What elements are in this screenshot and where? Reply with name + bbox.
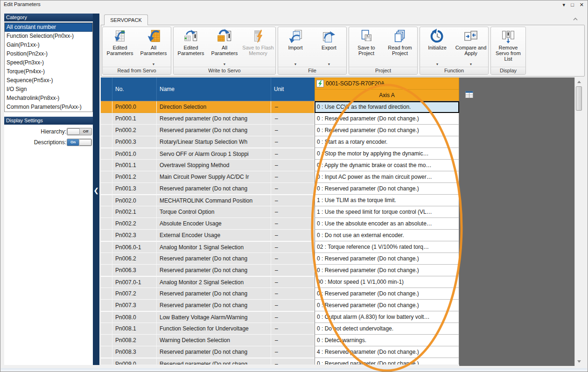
row-selector[interactable]	[101, 218, 112, 230]
value-cell[interactable]: 00 : Motor speed (1 V/1,000 min-1)	[315, 276, 459, 288]
row-selector[interactable]	[101, 171, 112, 183]
ribbon-group-function: Initialize▼Compare and Apply▼Function	[420, 27, 489, 75]
value-cell[interactable]: 0 : Input AC power as the main circuit p…	[315, 171, 459, 183]
initialize-button[interactable]: Initialize▼	[420, 28, 454, 67]
row-selector[interactable]	[101, 253, 112, 265]
row-selector[interactable]	[101, 346, 112, 358]
maximize-icon[interactable]: □	[571, 1, 574, 8]
scroll-up-icon[interactable]	[576, 79, 582, 85]
row-selector[interactable]	[101, 125, 112, 136]
value-cell[interactable]: 1 : Use the speed limit for torque contr…	[315, 206, 459, 218]
scrollbar-thumb[interactable]	[576, 86, 582, 111]
dropdown-arrow-icon[interactable]: ▼	[152, 63, 155, 67]
row-selector[interactable]	[101, 101, 112, 113]
window-menu-icon[interactable]: ▾	[563, 1, 566, 8]
category-item-gain-pn1xx[interactable]: Gain(Pn1xx-)	[5, 41, 92, 49]
row-selector[interactable]	[101, 113, 112, 125]
collapse-ribbon-icon[interactable]	[572, 16, 579, 22]
read-all-parameters-icon	[146, 28, 161, 44]
compare-and-apply-button[interactable]: Compare and Apply▼	[454, 28, 488, 67]
row-selector[interactable]	[101, 183, 112, 195]
value-cell[interactable]: 0 : Use the absolute encoder as an absol…	[315, 218, 459, 230]
value-cell[interactable]: 0 : Stop the motor by applying the dynam…	[315, 148, 459, 160]
row-selector[interactable]	[101, 160, 112, 171]
parameter-table: No. Name Unit 0001-SGD7S-R70F20A Axis A …	[101, 77, 459, 365]
row-selector[interactable]	[101, 230, 112, 241]
row-selector[interactable]	[101, 136, 112, 148]
servo-column-header[interactable]: 0001-SGD7S-R70F20A Axis A	[315, 77, 459, 101]
value-cell[interactable]: 0 : Reserved parameter (Do not change.)	[315, 113, 459, 125]
save-to-project-button[interactable]: Save to Project	[350, 28, 383, 67]
row-selector[interactable]	[101, 195, 112, 206]
read-all-parameters-button[interactable]: All Parameters▼	[137, 28, 170, 67]
export-button[interactable]: Export▼	[312, 28, 346, 67]
category-item-function-selection-pn0xx[interactable]: Function Selection(Pn0xx-)	[5, 32, 92, 41]
value-cell[interactable]: 0 : Detect warnings.	[315, 335, 459, 346]
category-item-all-constant-number[interactable]: All constant number	[5, 23, 92, 32]
value-cell[interactable]: 0 : Reserved parameter (Do not change.)	[315, 300, 459, 311]
table-row: Pn006.0-1Analog Monitor 1 Signal Selecti…	[101, 241, 459, 253]
scroll-down-icon[interactable]	[576, 358, 582, 365]
window-controls: ▾ □ ✕	[563, 1, 584, 8]
value-cell[interactable]: 0 : Apply the dynamic brake or coast the…	[315, 160, 459, 171]
value-cell[interactable]: 0 : Start as a rotary encoder.	[315, 136, 459, 148]
value-cell[interactable]: 0 : Do not detect undervoltage.	[315, 323, 459, 335]
param-unit: –	[271, 311, 315, 323]
value-cell[interactable]: 4 : Reserved parameter (Do not change.)	[315, 346, 459, 358]
value-cell[interactable]: 02 : Torque reference (1 V/100% rated to…	[315, 241, 459, 253]
category-item-i-o-sign[interactable]: I/O Sign	[5, 85, 92, 94]
row-selector[interactable]	[101, 148, 112, 160]
dropdown-arrow-icon[interactable]: ▼	[436, 63, 439, 67]
value-cell[interactable]: 1 : Use TLIM as the torque limit.	[315, 195, 459, 206]
value-cell[interactable]: 0 : Do not use an external encoder.	[315, 230, 459, 241]
toggle-knob	[67, 128, 80, 135]
row-selector[interactable]	[101, 276, 112, 288]
vertical-scrollbar[interactable]	[574, 77, 583, 366]
value-cell[interactable]: 0 : Reserved parameter (Do not change.)	[315, 125, 459, 136]
value-cell[interactable]: 0 : Reserved parameter (Do not change.)	[315, 265, 459, 276]
import-button[interactable]: Import▼	[279, 28, 312, 67]
write-edited-parameters-button[interactable]: Edited Parameters	[174, 28, 208, 67]
category-item-mechatrolink-pn8xx[interactable]: Mechatrolink(Pn8xx-)	[5, 94, 92, 103]
category-item-common-parameters-pnaxx[interactable]: Common Parameters(PnAxx-)	[5, 103, 92, 112]
dropdown-arrow-icon[interactable]: ▼	[294, 63, 297, 67]
collapse-left-panel-icon[interactable]: ❮	[93, 185, 99, 196]
category-item-position-pn2xx[interactable]: Position(Pn2xx-)	[5, 49, 92, 58]
dropdown-arrow-icon[interactable]: ▼	[328, 63, 331, 67]
row-selector[interactable]	[101, 241, 112, 253]
remove-servo-from-list-button[interactable]: Remove Servo from List	[491, 28, 525, 67]
dropdown-arrow-icon[interactable]: ▼	[223, 63, 226, 67]
read-edited-parameters-button[interactable]: Edited Parameters	[103, 28, 137, 67]
value-cell[interactable]: 0 : Use CCW as the forward direction.	[315, 101, 459, 113]
value-cell[interactable]: 0 : Reserved parameter (Do not change.)	[315, 358, 459, 365]
value-cell[interactable]: 0 : Output alarm (A.830) for low battery…	[315, 311, 459, 323]
close-icon[interactable]: ✕	[580, 1, 584, 8]
row-selector[interactable]	[101, 311, 112, 323]
row-selector[interactable]	[101, 265, 112, 276]
button-label: Read from Project	[383, 45, 417, 63]
write-all-parameters-button[interactable]: All Parameters▼	[208, 28, 241, 67]
category-item-speed-pn3xx[interactable]: Speed(Pn3xx-)	[5, 58, 92, 67]
panel-splitter[interactable]: ❮	[93, 14, 99, 365]
row-selector[interactable]	[101, 300, 112, 311]
ribbon-group-label: Display	[491, 67, 525, 74]
row-selector[interactable]	[101, 323, 112, 335]
param-no: Pn007.0-1	[112, 276, 157, 288]
value-cell[interactable]: 0 : Reserved parameter (Do not change.)	[315, 253, 459, 265]
tab-servopack[interactable]: SERVOPACK	[104, 14, 148, 25]
param-unit: –	[271, 195, 315, 206]
row-selector[interactable]	[101, 206, 112, 218]
row-selector[interactable]	[101, 358, 112, 365]
row-selector[interactable]	[101, 288, 112, 300]
hierarchy-toggle[interactable]: Off	[67, 128, 92, 135]
row-selector[interactable]	[101, 335, 112, 346]
category-item-sequence-pn5xx[interactable]: Sequence(Pn5xx-)	[5, 76, 92, 85]
category-item-torque-pn4xx[interactable]: Torque(Pn4xx-)	[5, 67, 92, 76]
param-name: Absolute Encoder Usage	[157, 218, 271, 230]
read-from-project-button[interactable]: Read from Project	[383, 28, 417, 67]
dropdown-arrow-icon[interactable]: ▼	[469, 63, 473, 67]
value-cell[interactable]: 0 : Reserved parameter (Do not change.)	[315, 288, 459, 300]
descriptions-toggle[interactable]: On	[67, 139, 92, 146]
value-cell[interactable]: 0 : Reserved parameter (Do not change.)	[315, 183, 459, 195]
ribbon-group-display: Remove Servo from ListDisplay	[490, 27, 526, 75]
